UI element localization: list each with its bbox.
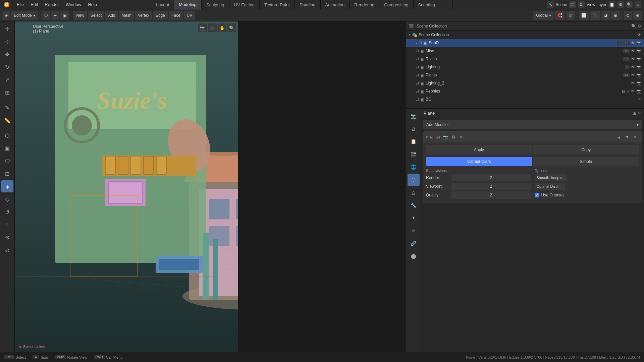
modifier-viewport-icon[interactable]: 🖥	[450, 133, 457, 141]
tool-spin[interactable]: ↺	[1, 206, 13, 218]
scene-label[interactable]: Scene	[556, 2, 567, 7]
props-object-icon[interactable]: ⬡	[408, 174, 420, 186]
props-header-close-icon[interactable]: ✕	[638, 111, 641, 116]
props-view-layer-icon[interactable]: 📋	[408, 135, 420, 147]
tool-cursor[interactable]: ⊹	[1, 36, 13, 48]
toolbar-select-btn[interactable]: Select	[88, 11, 104, 20]
lighting-checkbox[interactable]: ☑	[416, 65, 419, 69]
tab-animation[interactable]: Animation	[321, 0, 350, 9]
modifier-vis-check[interactable]: ☑	[430, 135, 433, 139]
modifier-camera-icon[interactable]: 📷	[442, 133, 449, 141]
tool-extrude[interactable]: ⬡	[1, 129, 13, 141]
props-particles-icon[interactable]: ✦	[408, 212, 420, 224]
copy-button[interactable]: Copy	[533, 145, 639, 155]
simple-button[interactable]: Simple	[533, 157, 639, 166]
apply-button[interactable]: Apply	[426, 145, 532, 155]
toolbar-mesh-btn[interactable]: Mesh	[119, 11, 134, 20]
toolbar-icon-select[interactable]: ◈	[2, 11, 10, 20]
tool-rotate[interactable]: ↻	[1, 61, 13, 73]
toolbar-icon-face[interactable]: ▣	[60, 11, 69, 20]
lighting-eye-icon[interactable]: 👁	[631, 65, 635, 69]
tab-layout[interactable]: Layout	[151, 0, 174, 9]
subd-render-icon[interactable]: 📷	[636, 41, 641, 45]
tool-smooth[interactable]: ≈	[1, 219, 13, 231]
pebbles-eye-icon[interactable]: 👁	[631, 89, 635, 94]
tab-scripting[interactable]: Scripting	[414, 0, 440, 9]
pebbles-filter1-icon[interactable]: ⊟	[622, 89, 625, 94]
outliner-item-plants[interactable]: ☑ ▣ Plants 44 👁 📷	[406, 71, 644, 79]
wireframe-btn[interactable]: ⬜	[579, 11, 589, 20]
lighting2-checkbox[interactable]: ☑	[416, 81, 419, 85]
plants-render-icon[interactable]: 📷	[636, 73, 641, 77]
tool-scale[interactable]: ⤢	[1, 74, 13, 86]
view-layer-label[interactable]: View Layer	[587, 2, 606, 7]
modifier-expand-arrow[interactable]: ▾	[426, 135, 428, 139]
use-creases-checkbox[interactable]: ✓	[535, 193, 539, 197]
outliner-filter-icon[interactable]: 🔍	[631, 24, 636, 28]
optimal-dropdown[interactable]: Optimal Displ..	[535, 183, 565, 190]
lighting2-render-icon[interactable]: 📷	[636, 81, 641, 85]
pivot-selector[interactable]: Global▾	[533, 11, 554, 20]
menu-render[interactable]: Render	[41, 0, 62, 9]
toolbar-icon-vert[interactable]: ⬡	[42, 11, 50, 20]
tab-sculpting[interactable]: Sculpting	[202, 0, 229, 9]
props-world-icon[interactable]: 🌐	[408, 161, 420, 173]
props-header-expand-icon[interactable]: ⊞	[633, 111, 636, 116]
tool-push-pull[interactable]: ⊜	[1, 244, 13, 256]
scene-options[interactable]: ⚙	[578, 1, 585, 8]
toolbar-face-btn[interactable]: Face	[169, 11, 183, 20]
tool-loop-cut[interactable]: ⊟	[1, 168, 13, 180]
smooth-dropdown[interactable]: Smooth, keep c...	[535, 174, 568, 181]
mode-selector[interactable]: Edit Mode ▾	[11, 11, 38, 20]
blender-logo[interactable]	[0, 0, 13, 9]
viewport-value[interactable]: 2	[451, 183, 531, 190]
outliner-scene-collection[interactable]: ▾ 🎭 Scene Collection 👁	[406, 31, 644, 39]
outliner-settings-icon[interactable]: ⚙	[638, 24, 641, 28]
pebbles-checkbox[interactable]: ☑	[416, 89, 419, 94]
camera-icon[interactable]: 📷	[198, 23, 207, 32]
modifier-move-down-icon[interactable]: ▼	[624, 133, 631, 141]
outliner-item-lighting[interactable]: ☑ ▣ Lighting 5 👁 📷	[406, 63, 644, 71]
quality-value[interactable]: 2	[451, 191, 531, 199]
outliner-item-lighting2[interactable]: ☑ ▣ Lighting_2 👁 📷	[406, 79, 644, 87]
outliner-item-subd[interactable]: ▾ ☑ ▣ SubD 2 12 👁 📷	[406, 39, 644, 47]
plants-checkbox[interactable]: ☑	[416, 73, 419, 77]
menu-file[interactable]: File	[13, 0, 27, 9]
solid-btn[interactable]: ⬛	[590, 11, 600, 20]
outliner-item-bg[interactable]: ☐ ▣ BG 👁	[406, 95, 644, 103]
props-scene-icon[interactable]: 🎬	[408, 148, 420, 160]
subd-eye-icon[interactable]: 👁	[631, 41, 635, 45]
tab-add[interactable]: +	[440, 0, 452, 9]
render-btn[interactable]: ◉	[611, 11, 620, 20]
props-output-icon[interactable]: 🖨	[408, 123, 420, 135]
tool-shrink-fatten[interactable]: ⊛	[1, 231, 13, 243]
modifier-edit-icon[interactable]: ✏	[458, 133, 465, 141]
rivets-render-icon[interactable]: 📷	[636, 57, 641, 61]
misc-eye-icon[interactable]: 👁	[631, 49, 635, 53]
scene-icon[interactable]: 🎬	[569, 1, 576, 8]
proportional-btn[interactable]: ◎	[566, 11, 575, 20]
misc-checkbox[interactable]: ☑	[416, 49, 419, 53]
outliner-item-misc[interactable]: ☑ ▣ Misc 10 👁 📷	[406, 47, 644, 55]
tab-texture-paint[interactable]: Texture Paint	[260, 0, 295, 9]
modifier-delete-icon[interactable]: ✕	[632, 133, 639, 141]
toolbar-icon-edge[interactable]: ━	[51, 11, 59, 20]
catmull-clark-button[interactable]: Catmul-Clark	[426, 157, 532, 166]
props-constraints-icon[interactable]: 🔗	[408, 237, 420, 249]
viewport[interactable]: Suzie's	[15, 21, 238, 352]
props-material-icon[interactable]: ⬤	[408, 250, 420, 262]
lighting2-eye-icon[interactable]: 👁	[631, 81, 635, 85]
eye-icon[interactable]: 👁	[637, 33, 641, 37]
render-value[interactable]: 2	[451, 174, 531, 181]
overlay-btn[interactable]: ⊙	[624, 11, 632, 20]
tool-transform[interactable]: ⊞	[1, 86, 13, 99]
toolbar-add-btn[interactable]: Add	[105, 11, 118, 20]
render-camera-icon[interactable]: 🎥	[208, 23, 217, 32]
search-zoom-icon[interactable]: 🔍	[227, 23, 236, 32]
pebbles-render-icon[interactable]: 📷	[636, 89, 641, 94]
tool-annotate[interactable]: ✎	[1, 102, 13, 114]
modifier-move-up-icon[interactable]: ▲	[615, 133, 623, 141]
props-physics-icon[interactable]: ⚛	[408, 225, 420, 237]
lighting-render-icon[interactable]: 📷	[636, 65, 641, 69]
tab-uv-editing[interactable]: UV Editing	[229, 0, 260, 9]
